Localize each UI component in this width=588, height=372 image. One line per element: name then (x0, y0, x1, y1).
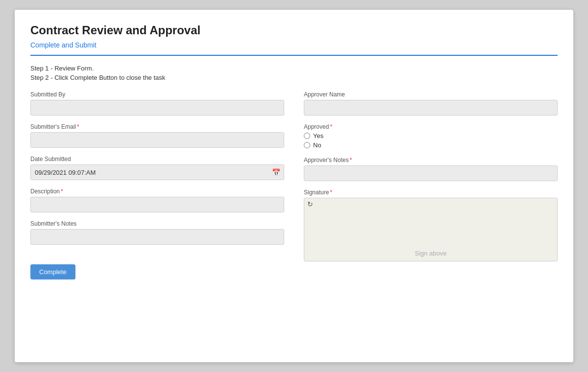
description-label: Description* (30, 188, 284, 195)
approved-no-option[interactable]: No (304, 141, 558, 149)
signature-group: Signature* ↻ Sign above (304, 189, 558, 261)
complete-submit-link[interactable]: Complete and Submit (30, 41, 97, 49)
approved-group: Approved* Yes No (304, 123, 558, 149)
approved-yes-option[interactable]: Yes (304, 132, 558, 140)
instruction-step2: Step 2 - Click Complete Button to close … (30, 74, 558, 81)
date-submitted-label: Date Submitted (30, 156, 284, 163)
signature-placeholder: Sign above (304, 210, 557, 261)
email-required-star: * (77, 123, 79, 130)
description-group: Description* (30, 188, 284, 212)
right-column: Approver Name Approved* Yes No (304, 91, 558, 279)
instructions-section: Step 1 - Review Form. Step 2 - Click Com… (30, 65, 558, 81)
submitters-email-group: Submitter's Email* (30, 123, 284, 148)
description-required-star: * (61, 188, 63, 195)
form-layout: Submitted By Submitter's Email* Date Sub… (30, 91, 558, 279)
signature-area[interactable]: ↻ Sign above (304, 198, 558, 261)
date-input-wrapper: 09/29/2021 09:07:AM 📅 (30, 164, 284, 180)
submitters-email-label: Submitter's Email* (30, 123, 284, 130)
submitters-email-input[interactable] (30, 132, 284, 148)
approved-label: Approved* (304, 123, 558, 130)
approved-no-label: No (313, 141, 321, 149)
approvers-notes-label: Approver's Notes* (304, 157, 558, 163)
date-submitted-input[interactable]: 09/29/2021 09:07:AM (30, 164, 284, 180)
approvers-notes-input[interactable] (304, 165, 558, 181)
main-card: Contract Review and Approval Complete an… (15, 10, 573, 362)
signature-required-star: * (330, 189, 332, 196)
description-input[interactable] (30, 197, 284, 212)
section-divider (30, 55, 558, 56)
signature-label: Signature* (304, 189, 558, 196)
approver-name-group: Approver Name (304, 91, 558, 116)
complete-button[interactable]: Complete (30, 264, 75, 279)
bottom-section: Complete (30, 256, 284, 279)
submitted-by-input[interactable] (30, 100, 284, 116)
approved-yes-radio[interactable] (304, 133, 310, 139)
submitted-by-label: Submitted By (30, 91, 284, 98)
left-column: Submitted By Submitter's Email* Date Sub… (30, 91, 284, 279)
page-title: Contract Review and Approval (30, 23, 558, 37)
submitters-notes-input[interactable] (30, 229, 284, 245)
approved-yes-label: Yes (313, 132, 323, 140)
approver-name-input[interactable] (304, 100, 558, 116)
instruction-step1: Step 1 - Review Form. (30, 65, 558, 72)
signature-refresh-icon[interactable]: ↻ (304, 198, 316, 210)
approved-radio-group: Yes No (304, 132, 558, 149)
notes-required-star: * (350, 157, 352, 163)
submitted-by-group: Submitted By (30, 91, 284, 116)
approver-name-label: Approver Name (304, 91, 558, 98)
approved-no-radio[interactable] (304, 142, 310, 148)
submitters-notes-group: Submitter's Notes (30, 220, 284, 245)
approved-required-star: * (330, 123, 332, 130)
submitters-notes-label: Submitter's Notes (30, 220, 284, 227)
approvers-notes-group: Approver's Notes* (304, 157, 558, 181)
date-submitted-group: Date Submitted 09/29/2021 09:07:AM 📅 (30, 156, 284, 180)
